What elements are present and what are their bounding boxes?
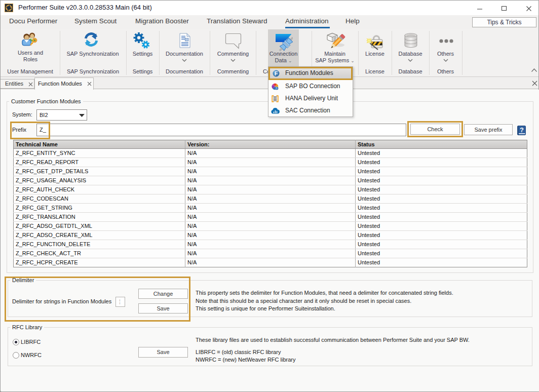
svg-text:?: ? [520, 126, 524, 134]
svg-text:F: F [275, 70, 278, 76]
